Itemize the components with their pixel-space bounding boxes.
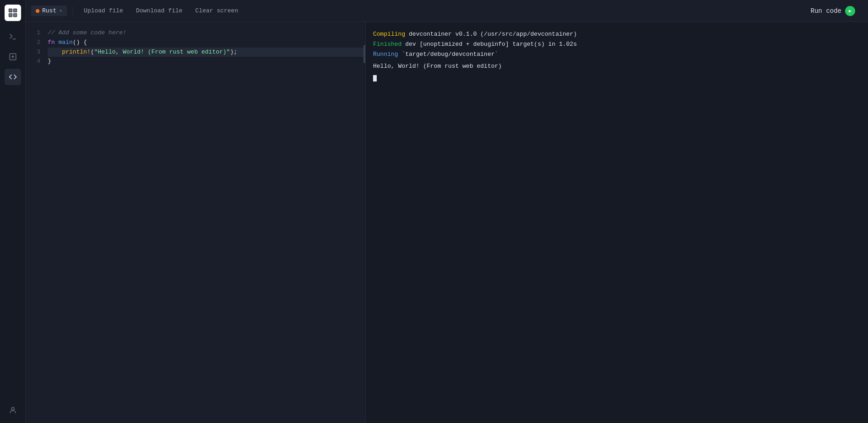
terminal-line-3: Running `target/debug/devcontainer` xyxy=(373,49,861,60)
sidebar-item-terminal[interactable] xyxy=(5,28,21,45)
program-output: Hello, World! (From rust web editor) xyxy=(373,63,502,70)
scroll-handle xyxy=(363,45,365,63)
sidebar-item-user[interactable] xyxy=(5,402,21,418)
toolbar: Rust ▾ Upload file Download file Clear s… xyxy=(26,0,868,22)
sidebar-item-code[interactable] xyxy=(5,69,21,85)
code-line-1: // Add some code here! xyxy=(48,28,365,38)
main-content: Rust ▾ Upload file Download file Clear s… xyxy=(26,0,868,423)
code-content[interactable]: // Add some code here! fn main() { print… xyxy=(44,22,365,423)
run-code-label: Run code xyxy=(811,7,841,15)
editor-area: 1 2 3 4 // Add some code here! fn main()… xyxy=(26,22,868,423)
sidebar xyxy=(0,0,26,423)
code-line-4: } xyxy=(48,57,365,66)
code-line-2: fn main() { xyxy=(48,38,365,48)
code-line-3: println!("Hello, World! (From rust web e… xyxy=(48,48,365,57)
terminal-line-5 xyxy=(373,73,861,83)
running-label: Running xyxy=(373,51,398,58)
sidebar-item-add[interactable] xyxy=(5,49,21,65)
running-target: `target/debug/devcontainer` xyxy=(401,51,498,58)
tab-label: Rust xyxy=(42,7,56,14)
svg-rect-7 xyxy=(13,14,16,16)
line-numbers: 1 2 3 4 xyxy=(26,22,44,423)
run-play-icon: ▶ xyxy=(845,6,855,16)
terminal-cursor xyxy=(373,75,377,81)
svg-rect-5 xyxy=(13,9,16,12)
terminal-output: Compiling devcontainer v0.1.0 (/usr/src/… xyxy=(366,22,868,423)
svg-rect-6 xyxy=(9,14,11,16)
svg-rect-4 xyxy=(9,9,11,12)
terminal-line-1: Compiling devcontainer v0.1.0 (/usr/src/… xyxy=(373,29,861,39)
compiling-path: devcontainer v0.1.0 (/usr/src/app/devcon… xyxy=(409,31,577,38)
finished-detail: dev [unoptimized + debuginfo] target(s) … xyxy=(405,41,577,48)
terminal-line-4: Hello, World! (From rust web editor) xyxy=(373,61,861,71)
chevron-down-icon: ▾ xyxy=(59,8,62,14)
terminal-line-2: Finished dev [unoptimized + debuginfo] t… xyxy=(373,39,861,49)
run-code-button[interactable]: Run code ▶ xyxy=(803,3,863,19)
download-file-button[interactable]: Download file xyxy=(131,5,188,16)
clear-screen-button[interactable]: Clear screen xyxy=(190,5,244,16)
tab-indicator xyxy=(36,9,39,13)
svg-point-12 xyxy=(11,407,14,410)
app-logo[interactable] xyxy=(5,5,21,21)
toolbar-divider-1 xyxy=(72,6,73,16)
upload-file-button[interactable]: Upload file xyxy=(78,5,129,16)
code-editor[interactable]: 1 2 3 4 // Add some code here! fn main()… xyxy=(26,22,366,423)
finished-label: Finished xyxy=(373,41,401,48)
compiling-label: Compiling xyxy=(373,31,405,38)
rust-tab[interactable]: Rust ▾ xyxy=(31,5,67,16)
